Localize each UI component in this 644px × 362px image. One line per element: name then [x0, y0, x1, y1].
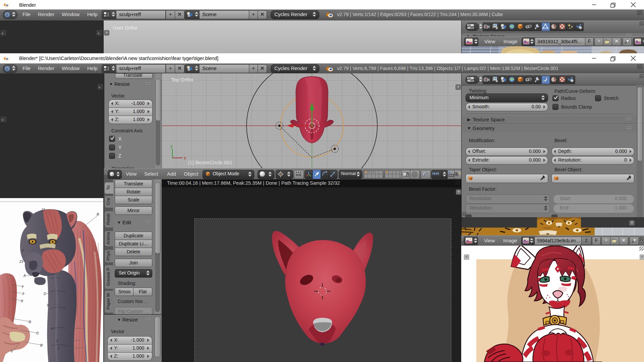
svg-text:21: 21	[19, 260, 23, 263]
svg-text:x: x	[184, 155, 186, 161]
svg-text:F: F	[58, 347, 60, 351]
svg-text:X: X	[20, 299, 23, 303]
svg-text:H: H	[51, 327, 54, 330]
svg-text:C: C	[36, 331, 39, 335]
svg-text:(1) BezierCircle.001: (1) BezierCircle.001	[188, 160, 232, 165]
svg-text:b: b	[47, 303, 49, 307]
svg-text:e: e	[56, 339, 58, 343]
svg-text:J: J	[22, 292, 24, 296]
svg-text:e: e	[22, 248, 24, 252]
svg-text:A: A	[23, 274, 26, 278]
svg-text:D: D	[44, 292, 46, 296]
svg-text:R: R	[97, 213, 99, 216]
svg-text:y: y	[170, 143, 173, 149]
svg-text:B: B	[40, 344, 43, 347]
svg-text:G: G	[29, 320, 31, 324]
svg-text:T: T	[21, 285, 24, 289]
svg-text:27: 27	[41, 208, 45, 212]
svg-text:Top Ortho: Top Ortho	[171, 77, 193, 82]
svg-text:q: q	[11, 349, 13, 353]
